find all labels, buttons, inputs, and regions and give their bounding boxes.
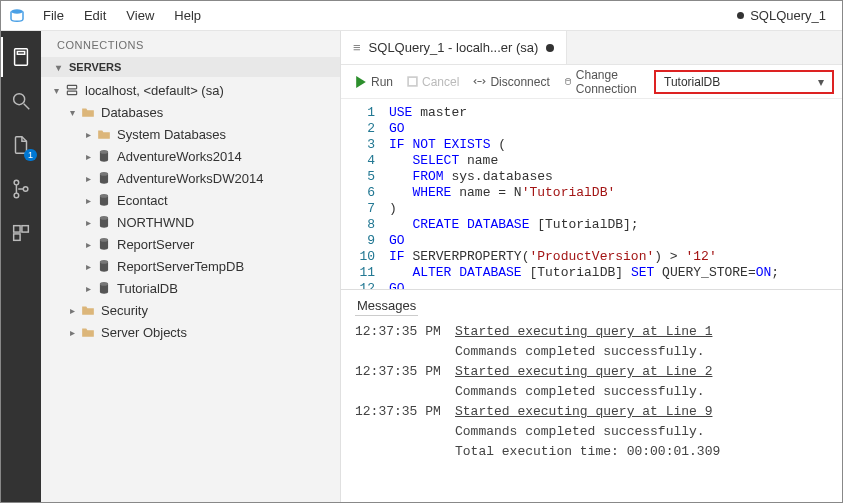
- tree-label: Econtact: [117, 193, 340, 208]
- side-panel: CONNECTIONS ▾ SERVERS ▾ localhost, <defa…: [41, 31, 341, 503]
- activity-search-icon[interactable]: [1, 81, 41, 121]
- tree-databases[interactable]: ▾ Databases: [41, 101, 340, 123]
- folder-icon: [79, 301, 97, 319]
- tree-label: ReportServerTempDB: [117, 259, 340, 274]
- tree-database[interactable]: ▸TutorialDB: [41, 277, 340, 299]
- tree-sysdb[interactable]: ▸ System Databases: [41, 123, 340, 145]
- app-icon: [1, 7, 33, 25]
- disconnect-button[interactable]: Disconnect: [467, 70, 555, 94]
- tree-database[interactable]: ▸ReportServerTempDB: [41, 255, 340, 277]
- database-icon: [95, 235, 113, 253]
- disconnect-label: Disconnect: [490, 75, 549, 89]
- database-icon: [95, 279, 113, 297]
- activity-extensions-icon[interactable]: [1, 213, 41, 253]
- folder-icon: [79, 103, 97, 121]
- dirty-dot-icon: [737, 12, 744, 19]
- tree-label: AdventureWorks2014: [117, 149, 340, 164]
- tree-database[interactable]: ▸AdventureWorksDW2014: [41, 167, 340, 189]
- chevron-right-icon: ▸: [81, 261, 95, 272]
- activity-explorer-icon[interactable]: 1: [1, 125, 41, 165]
- tree-server-objects[interactable]: ▸ Server Objects: [41, 321, 340, 343]
- servers-section[interactable]: ▾ SERVERS: [41, 57, 340, 77]
- code-content[interactable]: USE master GO IF NOT EXISTS ( SELECT nam…: [389, 99, 779, 289]
- svg-point-14: [100, 150, 108, 154]
- message-timestamp: 12:37:35 PM: [355, 362, 455, 382]
- activity-servers-icon[interactable]: [1, 37, 41, 77]
- query-toolbar: Run Cancel Disconnect Change Connection …: [341, 65, 842, 99]
- tree-security[interactable]: ▸ Security: [41, 299, 340, 321]
- svg-point-28: [565, 78, 570, 80]
- message-text: Commands completed successfully.: [455, 422, 828, 442]
- svg-rect-2: [17, 52, 24, 55]
- svg-point-5: [14, 180, 19, 185]
- database-icon: [95, 147, 113, 165]
- editor-tab[interactable]: ≡ SQLQuery_1 - localh...er (sa): [341, 31, 567, 64]
- dirty-dot-icon: [546, 44, 554, 52]
- tree-database[interactable]: ▸AdventureWorks2014: [41, 145, 340, 167]
- section-label: SERVERS: [69, 61, 121, 73]
- tab-bar: ≡ SQLQuery_1 - localh...er (sa): [341, 31, 842, 65]
- message-row: 12:37:35 PMStarted executing query at Li…: [355, 322, 828, 342]
- message-timestamp: 12:37:35 PM: [355, 322, 455, 342]
- tree-database[interactable]: ▸ReportServer: [41, 233, 340, 255]
- menu-view[interactable]: View: [116, 1, 164, 30]
- run-button[interactable]: Run: [349, 70, 399, 94]
- tree-database[interactable]: ▸Econtact: [41, 189, 340, 211]
- tree-label: System Databases: [117, 127, 340, 142]
- database-icon: [95, 169, 113, 187]
- database-icon: [95, 257, 113, 275]
- tab-label: SQLQuery_1 - localh...er (sa): [369, 40, 539, 55]
- chevron-right-icon: ▸: [81, 283, 95, 294]
- tree-server[interactable]: ▾ localhost, <default> (sa): [41, 79, 340, 101]
- menu-edit[interactable]: Edit: [74, 1, 116, 30]
- tree-label: Security: [101, 303, 340, 318]
- code-editor[interactable]: 123456789101112 USE master GO IF NOT EXI…: [341, 99, 842, 289]
- menu-file[interactable]: File: [33, 1, 74, 30]
- chevron-down-icon: ▾: [51, 62, 65, 73]
- svg-rect-27: [408, 77, 417, 86]
- titlebar: File Edit View Help SQLQuery_1: [1, 1, 842, 31]
- message-row: Commands completed successfully.: [355, 422, 828, 442]
- chevron-down-icon: ▾: [65, 107, 79, 118]
- database-selector[interactable]: TutorialDB ▾: [654, 70, 834, 94]
- chevron-right-icon: ▸: [81, 217, 95, 228]
- message-text: Commands completed successfully.: [455, 382, 828, 402]
- chevron-right-icon: ▸: [81, 129, 95, 140]
- cancel-button: Cancel: [401, 70, 465, 94]
- message-timestamp: [355, 382, 455, 402]
- panel-title: CONNECTIONS: [41, 31, 340, 57]
- tree-label: Databases: [101, 105, 340, 120]
- message-row: 12:37:35 PMStarted executing query at Li…: [355, 402, 828, 422]
- svg-point-16: [100, 172, 108, 176]
- tree-database[interactable]: ▸NORTHWND: [41, 211, 340, 233]
- editor-area: ≡ SQLQuery_1 - localh...er (sa) Run Canc…: [341, 31, 842, 503]
- folder-icon: [79, 323, 97, 341]
- tree-label: TutorialDB: [117, 281, 340, 296]
- tree-label: NORTHWND: [117, 215, 340, 230]
- svg-rect-10: [14, 234, 20, 240]
- messages-panel: Messages 12:37:35 PMStarted executing qu…: [341, 289, 842, 503]
- change-connection-button[interactable]: Change Connection: [558, 70, 648, 94]
- badge: 1: [24, 149, 37, 161]
- messages-title: Messages: [355, 298, 418, 316]
- message-text: Started executing query at Line 2: [455, 362, 828, 382]
- tree: ▾ localhost, <default> (sa) ▾ Databases …: [41, 77, 340, 503]
- message-row: Commands completed successfully.: [355, 342, 828, 362]
- message-timestamp: [355, 442, 455, 462]
- tree-label: localhost, <default> (sa): [85, 83, 340, 98]
- database-icon: [95, 191, 113, 209]
- menu-help[interactable]: Help: [164, 1, 211, 30]
- message-text: Total execution time: 00:00:01.309: [455, 442, 828, 462]
- chevron-right-icon: ▸: [65, 327, 79, 338]
- svg-rect-12: [67, 91, 76, 95]
- activity-source-control-icon[interactable]: [1, 169, 41, 209]
- svg-rect-11: [67, 85, 76, 89]
- message-text: Started executing query at Line 1: [455, 322, 828, 342]
- title-filename-label: SQLQuery_1: [750, 8, 826, 23]
- db-selected-label: TutorialDB: [664, 75, 720, 89]
- svg-point-3: [14, 94, 25, 105]
- message-row: Total execution time: 00:00:01.309: [355, 442, 828, 462]
- svg-point-20: [100, 216, 108, 220]
- cancel-label: Cancel: [422, 75, 459, 89]
- chevron-down-icon: ▾: [49, 85, 63, 96]
